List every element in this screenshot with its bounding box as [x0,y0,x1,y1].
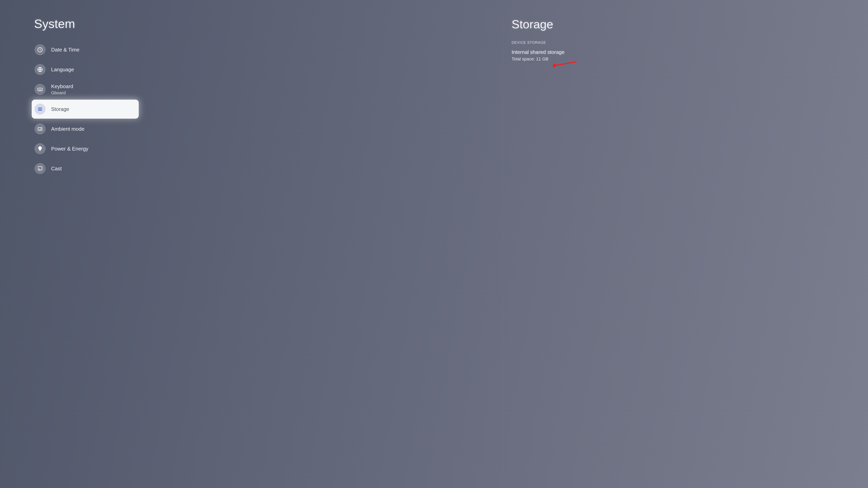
system-menu: Date & Time Language Keyboard Gboard [32,40,503,179]
svg-point-5 [38,110,39,111]
menu-item-ambient-mode[interactable]: Ambient mode [32,120,139,138]
menu-item-date-time[interactable]: Date & Time [32,40,139,59]
detail-subtitle: Total space: 11 GB [512,57,868,62]
menu-label: Keyboard [51,84,73,90]
page-title-storage: Storage [512,18,868,31]
storage-icon [34,104,45,115]
right-pane: Storage DEVICE STORAGE Internal shared s… [503,12,868,488]
power-icon [34,143,45,154]
section-header-device-storage: DEVICE STORAGE [512,41,868,45]
detail-title: Internal shared storage [512,49,868,55]
menu-item-storage[interactable]: Storage [32,100,139,119]
menu-label: Ambient mode [51,126,85,132]
detail-internal-storage[interactable]: Internal shared storage Total space: 11 … [512,49,868,62]
menu-label: Language [51,67,74,73]
menu-item-power-energy[interactable]: Power & Energy [32,139,139,158]
menu-item-keyboard[interactable]: Keyboard Gboard [32,80,139,99]
menu-label: Power & Energy [51,146,88,152]
settings-screen: System Date & Time Language [0,0,868,488]
globe-icon [34,64,45,75]
left-pane: System Date & Time Language [0,12,503,488]
page-title-system: System [34,17,503,31]
menu-label: Date & Time [51,47,80,53]
menu-label: Storage [51,106,69,112]
svg-point-3 [38,108,39,108]
svg-point-4 [38,109,39,109]
cast-icon [34,163,45,174]
svg-line-7 [556,62,577,65]
clock-icon [34,44,45,55]
menu-item-cast[interactable]: Cast [32,159,139,178]
menu-label: Cast [51,166,62,172]
svg-rect-6 [38,128,42,131]
menu-sublabel: Gboard [51,90,73,95]
svg-rect-2 [38,88,42,91]
ambient-icon [34,123,45,134]
menu-item-language[interactable]: Language [32,60,139,79]
keyboard-icon [34,84,45,95]
